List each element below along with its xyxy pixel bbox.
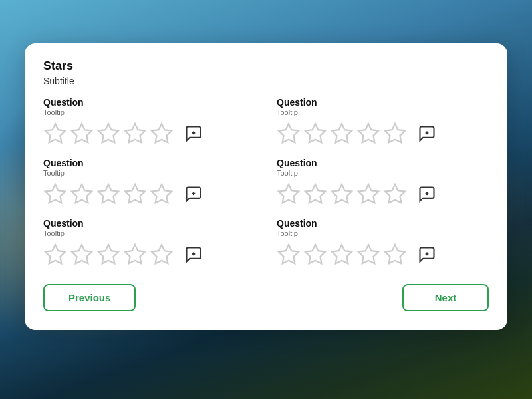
next-button[interactable]: Next <box>402 284 489 311</box>
question-tooltip-2: Tooltip <box>277 108 489 116</box>
stars-row-4 <box>277 182 489 206</box>
nav-row: Previous Next <box>43 284 489 311</box>
star-5-5[interactable] <box>150 243 174 267</box>
stars-3 <box>43 182 174 206</box>
comment-icon-6[interactable] <box>416 244 438 265</box>
star-6-1[interactable] <box>277 243 301 267</box>
star-6-4[interactable] <box>356 243 380 267</box>
question-label-4: Question <box>277 158 489 168</box>
stars-row-2 <box>277 122 489 146</box>
star-4-5[interactable] <box>383 182 407 206</box>
question-block-6: Question Tooltip <box>277 218 489 267</box>
star-3-3[interactable] <box>96 182 120 206</box>
question-block-2: Question Tooltip <box>277 97 489 146</box>
star-3-4[interactable] <box>123 182 147 206</box>
question-label-6: Question <box>277 218 489 229</box>
stars-1 <box>43 122 174 146</box>
stars-2 <box>277 122 407 146</box>
star-4-1[interactable] <box>277 182 301 206</box>
comment-icon-2[interactable] <box>416 123 438 144</box>
star-6-5[interactable] <box>383 243 407 267</box>
star-5-2[interactable] <box>70 243 94 267</box>
question-tooltip-4: Tooltip <box>277 169 489 177</box>
star-4-4[interactable] <box>356 182 380 206</box>
star-1-2[interactable] <box>70 122 94 146</box>
question-label-1: Question <box>43 97 255 108</box>
star-5-3[interactable] <box>96 243 120 267</box>
question-tooltip-5: Tooltip <box>43 229 255 237</box>
stars-row-3 <box>43 182 255 206</box>
comment-icon-5[interactable] <box>183 244 204 265</box>
stars-row-5 <box>43 243 255 267</box>
survey-card: Stars Subtitle Question Tooltip <box>25 43 507 330</box>
star-1-1[interactable] <box>43 122 67 146</box>
question-label-5: Question <box>43 218 255 229</box>
comment-icon-3[interactable] <box>183 184 204 205</box>
star-1-3[interactable] <box>96 122 120 146</box>
star-2-4[interactable] <box>356 122 380 146</box>
previous-button[interactable]: Previous <box>43 284 136 311</box>
question-tooltip-1: Tooltip <box>43 108 255 116</box>
card-subtitle: Subtitle <box>43 76 489 86</box>
star-6-3[interactable] <box>330 243 354 267</box>
star-1-4[interactable] <box>123 122 147 146</box>
star-4-3[interactable] <box>330 182 354 206</box>
star-4-2[interactable] <box>303 182 327 206</box>
stars-row-1 <box>43 122 255 146</box>
star-2-5[interactable] <box>383 122 407 146</box>
star-6-2[interactable] <box>303 243 327 267</box>
stars-row-6 <box>277 243 489 267</box>
star-5-4[interactable] <box>123 243 147 267</box>
comment-icon-4[interactable] <box>416 184 438 205</box>
stars-5 <box>43 243 174 267</box>
question-label-2: Question <box>277 97 489 108</box>
star-1-5[interactable] <box>150 122 174 146</box>
question-block-5: Question Tooltip <box>43 218 255 267</box>
star-3-1[interactable] <box>43 182 67 206</box>
star-2-2[interactable] <box>303 122 327 146</box>
star-3-2[interactable] <box>70 182 94 206</box>
question-block-4: Question Tooltip <box>277 158 489 206</box>
question-label-3: Question <box>43 158 255 168</box>
question-block-1: Question Tooltip <box>43 97 255 146</box>
stars-6 <box>277 243 407 267</box>
star-3-5[interactable] <box>150 182 174 206</box>
question-block-3: Question Tooltip <box>43 158 255 206</box>
question-tooltip-3: Tooltip <box>43 169 255 177</box>
star-2-1[interactable] <box>277 122 301 146</box>
stars-4 <box>277 182 407 206</box>
question-tooltip-6: Tooltip <box>277 229 489 237</box>
star-2-3[interactable] <box>330 122 354 146</box>
comment-icon-1[interactable] <box>183 123 204 144</box>
star-5-1[interactable] <box>43 243 67 267</box>
card-title: Stars <box>43 59 489 73</box>
questions-grid: Question Tooltip <box>43 97 489 279</box>
